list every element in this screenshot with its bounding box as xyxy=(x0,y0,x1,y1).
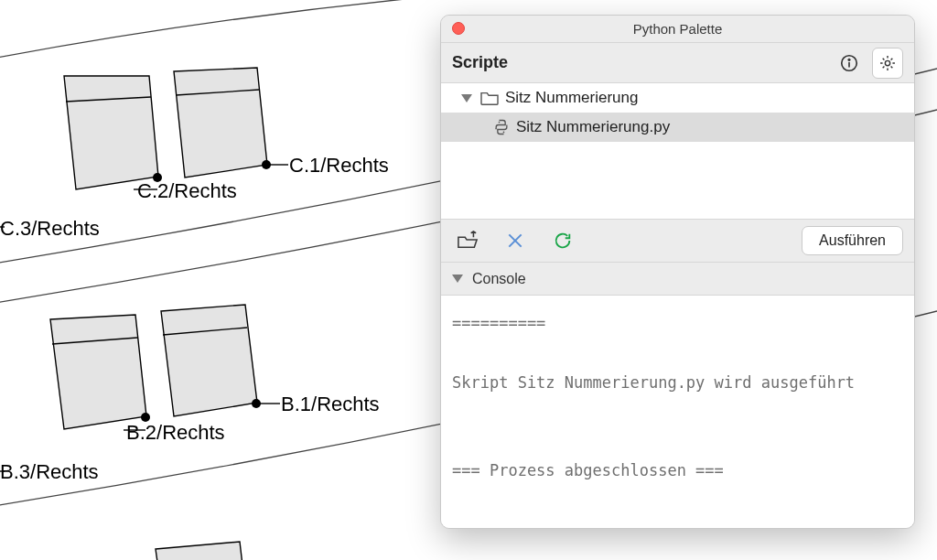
svg-marker-8 xyxy=(156,542,247,560)
close-x-icon xyxy=(506,232,524,250)
chevron-down-icon[interactable] xyxy=(452,275,463,283)
svg-marker-2 xyxy=(174,68,267,178)
svg-point-23 xyxy=(885,60,889,65)
seat-label-b2: B.2/Rechts xyxy=(126,421,225,445)
svg-marker-6 xyxy=(161,305,257,416)
tree-file-row[interactable]: Sitz Nummerierung.py xyxy=(441,113,914,142)
console-label: Console xyxy=(472,271,526,287)
seat-b1[interactable] xyxy=(161,305,257,416)
python-palette-window[interactable]: Python Palette Scripte xyxy=(440,15,915,529)
seat-c1[interactable] xyxy=(174,68,267,178)
seat-partial[interactable] xyxy=(156,542,247,560)
settings-button[interactable] xyxy=(872,48,903,79)
python-icon xyxy=(492,118,511,136)
open-folder-button[interactable] xyxy=(452,225,483,256)
info-icon xyxy=(839,53,859,73)
seat-label-c1: C.1/Rechts xyxy=(289,154,389,178)
run-button[interactable]: Ausführen xyxy=(802,226,903,255)
svg-point-25 xyxy=(503,132,505,134)
folder-icon xyxy=(479,90,500,106)
window-title: Python Palette xyxy=(633,21,723,37)
console-output[interactable]: ========== Skript Sitz Nummerierung.py w… xyxy=(441,296,914,528)
tree-file-label: Sitz Nummerierung.py xyxy=(516,118,670,136)
refresh-button[interactable] xyxy=(547,225,578,256)
svg-point-21 xyxy=(848,59,850,60)
tree-folder-label: Sitz Nummerierung xyxy=(505,89,639,107)
refresh-icon xyxy=(553,231,573,251)
seat-label-b3: B.3/Rechts xyxy=(0,460,99,484)
scripts-label: Scripte xyxy=(452,53,826,72)
svg-marker-0 xyxy=(64,76,158,189)
script-toolbar: Ausführen xyxy=(441,219,914,263)
seat-label-b1: B.1/Rechts xyxy=(281,393,380,416)
script-tree[interactable]: Sitz Nummerierung Sitz Nummerierung.py xyxy=(441,83,914,219)
open-folder-icon xyxy=(456,231,479,251)
seat-c2[interactable] xyxy=(64,76,158,189)
close-icon[interactable] xyxy=(452,22,465,35)
seat-b2[interactable] xyxy=(50,315,146,429)
gear-icon xyxy=(878,54,897,72)
seat-label-c3: C.3/Rechts xyxy=(0,217,100,241)
info-button[interactable] xyxy=(834,48,865,79)
titlebar[interactable]: Python Palette xyxy=(441,16,914,43)
scripts-header: Scripte xyxy=(441,43,914,83)
console-header[interactable]: Console xyxy=(441,263,914,296)
seat-label-c2: C.2/Rechts xyxy=(137,179,237,203)
svg-point-24 xyxy=(499,122,501,124)
tree-folder-row[interactable]: Sitz Nummerierung xyxy=(441,83,914,113)
window-controls xyxy=(452,22,465,35)
chevron-down-icon[interactable] xyxy=(461,94,472,102)
clear-button[interactable] xyxy=(500,225,531,256)
svg-marker-4 xyxy=(50,315,146,429)
